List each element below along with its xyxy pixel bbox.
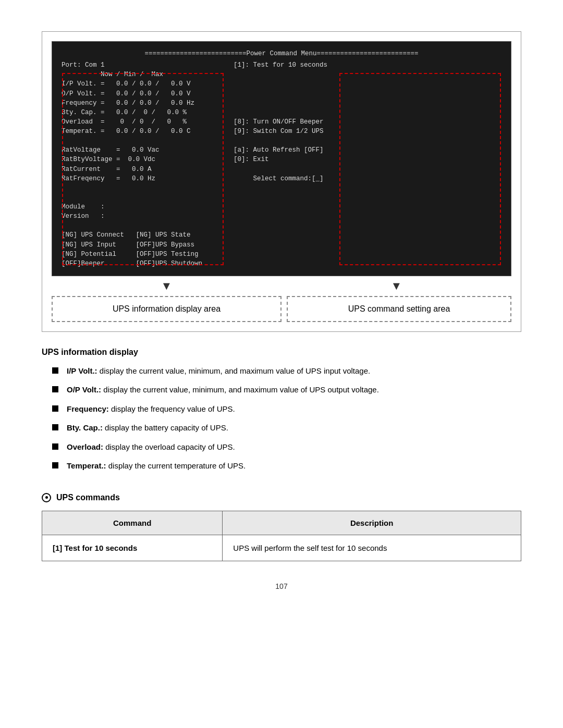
- op-volt-term: O/P Volt.:: [67, 385, 101, 394]
- right-line-3: [9]: Switch Com 1/2 UPS: [234, 127, 501, 136]
- bullet-icon-1: [52, 367, 58, 374]
- table-cell-description: UPS will perform the self test for 10 se…: [223, 535, 521, 561]
- left-line-12: Module :: [62, 202, 218, 212]
- left-line-3: O/P Volt. = 0.0 / 0.0 / 0.0 V: [62, 89, 218, 98]
- terminal-content: Port: Com 1 Now / Min / Max I/P Volt. = …: [62, 60, 501, 268]
- commands-heading: UPS commands: [42, 493, 521, 502]
- right-spacer-7: [234, 165, 501, 174]
- right-line-5: [0]: Exit: [234, 155, 501, 164]
- arrows-row: ▼ ▼: [52, 276, 511, 296]
- list-item-temperat: Temperat.: display the current temperatu…: [52, 460, 521, 472]
- table-row: [1] Test for 10 seconds UPS will perform…: [42, 535, 521, 561]
- circle-bullet-icon: [42, 493, 51, 502]
- terminal-right-panel: [1]: Test for 10 seconds [8]: Turn ON/OF…: [223, 60, 501, 268]
- left-line-8: RatVoltage = 0.0 Vac: [62, 145, 218, 155]
- left-line-2: I/P Volt. = 0.0 / 0.0 / 0.0 V: [62, 79, 218, 89]
- right-line-6: Select command:[_]: [234, 174, 501, 183]
- right-spacer-2: [234, 79, 501, 89]
- left-line-1: Now / Min / Max: [62, 70, 218, 79]
- table-cell-command: [1] Test for 10 seconds: [42, 535, 223, 561]
- terminal-box: ==========================Power Command …: [52, 41, 511, 276]
- info-display-title: UPS information display: [42, 348, 521, 357]
- command-label: [1] Test for 10 seconds: [53, 544, 137, 552]
- left-line-10: RatCurrent = 0.0 A: [62, 165, 218, 174]
- page-number: 107: [42, 582, 521, 590]
- left-line-14: [NG] UPS Connect [NG] UPS State: [62, 230, 218, 240]
- circle-inner: [45, 496, 48, 499]
- diagram-label-command: UPS command setting area: [287, 296, 511, 322]
- right-spacer-6: [234, 136, 501, 145]
- list-item-ip-volt-text: I/P Volt.: display the current value, mi…: [67, 365, 370, 377]
- bullet-icon-3: [52, 405, 58, 412]
- list-item-bty-cap: Bty. Cap.: display the battery capacity …: [52, 422, 521, 434]
- list-item-frequency-text: Frequency: display the frequency value o…: [67, 403, 235, 415]
- bullet-icon-2: [52, 386, 58, 392]
- list-item-overload: Overload: display the overload capacity …: [52, 441, 521, 453]
- commands-section-title: UPS commands: [56, 493, 120, 502]
- list-item-bty-cap-text: Bty. Cap.: display the battery capacity …: [67, 422, 228, 434]
- right-spacer-1: [234, 70, 501, 79]
- right-line-2: [8]: Turn ON/OFF Beeper: [234, 117, 501, 127]
- right-line-4: [a]: Auto Refresh [OFF]: [234, 145, 501, 155]
- left-line-17: [OFF]Beeper [OFF]UPS Shutdown: [62, 259, 218, 268]
- right-spacer-4: [234, 98, 501, 108]
- diagram-label-info: UPS information display area: [52, 296, 282, 322]
- left-line-4: Frequency = 0.0 / 0.0 / 0.0 Hz: [62, 98, 218, 108]
- bullet-icon-6: [52, 462, 58, 468]
- list-item-ip-volt: I/P Volt.: display the current value, mi…: [52, 365, 521, 377]
- commands-table: Command Description [1] Test for 10 seco…: [42, 511, 521, 561]
- left-spacer-4: [62, 221, 218, 230]
- arrow-down-right: ▼: [282, 276, 511, 296]
- left-line-13: Version :: [62, 212, 218, 221]
- list-item-op-volt-text: O/P Volt.: display the current value, mi…: [67, 384, 379, 396]
- left-line-9: RatBtyVoltage = 0.0 Vdc: [62, 155, 218, 164]
- port-label: Port: Com 1: [62, 60, 218, 70]
- diagram-container: ==========================Power Command …: [42, 31, 521, 332]
- table-header: Command Description: [42, 511, 521, 535]
- terminal-left-panel: Port: Com 1 Now / Min / Max I/P Volt. = …: [62, 60, 223, 268]
- right-spacer-5: [234, 108, 501, 117]
- left-spacer-3: [62, 193, 218, 202]
- right-line-1: [1]: Test for 10 seconds: [234, 60, 501, 70]
- left-spacer-2: [62, 183, 218, 193]
- right-spacer-3: [234, 89, 501, 98]
- list-item-temperat-text: Temperat.: display the current temperatu…: [67, 460, 246, 472]
- frequency-term: Frequency:: [67, 404, 109, 413]
- bullet-icon-5: [52, 443, 58, 450]
- left-line-16: [NG] Potential [OFF]UPS Testing: [62, 250, 218, 259]
- left-line-15: [NG] UPS Input [OFF]UPS Bypass: [62, 240, 218, 250]
- list-item-frequency: Frequency: display the frequency value o…: [52, 403, 521, 415]
- left-line-7: Temperat. = 0.0 / 0.0 / 0.0 C: [62, 127, 218, 136]
- list-item-overload-text: Overload: display the overload capacity …: [67, 441, 235, 453]
- bty-cap-term: Bty. Cap.:: [67, 423, 103, 432]
- info-display-list: I/P Volt.: display the current value, mi…: [52, 365, 521, 472]
- list-item-op-volt: O/P Volt.: display the current value, mi…: [52, 384, 521, 396]
- ip-volt-term: I/P Volt.:: [67, 366, 97, 375]
- table-header-row: Command Description: [42, 511, 521, 535]
- temperat-term: Temperat.:: [67, 461, 106, 470]
- bullet-icon-4: [52, 424, 58, 430]
- left-line-11: RatFreqency = 0.0 Hz: [62, 174, 218, 183]
- table-header-command: Command: [42, 511, 223, 535]
- commands-section: UPS commands Command Description [1] Tes…: [42, 493, 521, 561]
- overload-term: Overload:: [67, 442, 103, 451]
- diagram-labels: UPS information display area UPS command…: [52, 296, 511, 322]
- left-line-5: Bty. Cap. = 0.0 / 0 / 0.0 %: [62, 108, 218, 117]
- table-header-description: Description: [223, 511, 521, 535]
- arrow-down-left: ▼: [52, 276, 282, 296]
- left-line-6: Overload = 0 / 0 / 0 %: [62, 117, 218, 127]
- table-body: [1] Test for 10 seconds UPS will perform…: [42, 535, 521, 561]
- terminal-header: ==========================Power Command …: [62, 49, 501, 58]
- left-spacer-1: [62, 136, 218, 145]
